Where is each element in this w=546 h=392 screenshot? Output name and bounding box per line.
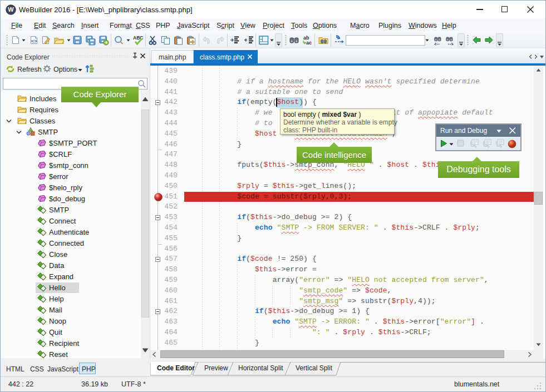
svg-text:<>: <> — [31, 38, 37, 44]
svg-text:ac: ac — [306, 40, 312, 46]
svg-text:W: W — [8, 6, 14, 13]
